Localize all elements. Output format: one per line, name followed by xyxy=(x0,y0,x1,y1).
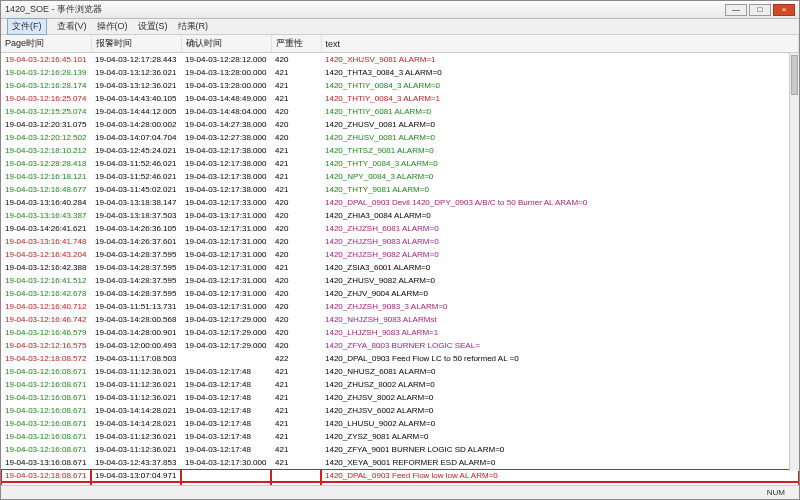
cell-alarm-time: 19-04-03-14:43:40.105 xyxy=(91,92,181,105)
cell-alarm-time: 19-04-03-13:12:36.021 xyxy=(91,79,181,92)
table-row[interactable]: 19-04-03-13:16:40.28419-04-03-13:18:38.1… xyxy=(1,196,799,209)
cell-ack-time: 19-04-03-12:27:38.000 xyxy=(181,131,271,144)
cell-text: 1420_ZFYA_8003 BURNER LOGIC SEAL= xyxy=(321,339,799,352)
cell-text: 1420_NHJZSH_9083 ALARMst xyxy=(321,313,799,326)
table-row[interactable]: 19-04-03-12:16:25.07419-04-03-14:43:40.1… xyxy=(1,92,799,105)
cell-ack-time: 19-04-03-12:17:31.000 xyxy=(181,248,271,261)
table-row[interactable]: 19-04-03-12:16:18.12119-04-03-11:52:46.0… xyxy=(1,170,799,183)
cell-alarm-time: 19-04-03-14:26:37.601 xyxy=(91,235,181,248)
close-button[interactable]: × xyxy=(773,4,795,16)
cell-alarm-time: 19-04-03-14:28:37.595 xyxy=(91,274,181,287)
cell-ack-time: 19-04-03-12:17:48 xyxy=(181,430,271,443)
col-ack-time[interactable]: 确认时间 xyxy=(181,35,271,53)
cell-alarm-time: 19-04-03-11:52:46.021 xyxy=(91,170,181,183)
table-row[interactable]: 19-04-03-12:16:46.57919-04-03-14:28:00.9… xyxy=(1,326,799,339)
cell-text: 1420_ZHJZSH_9082 ALARM=0 xyxy=(321,248,799,261)
table-row[interactable]: 19-04-03-12:18:08.57219-04-03-11:17:08.5… xyxy=(1,352,799,365)
table-row[interactable]: 19-04-03-12:16:08.67119-04-03-11:12:36.0… xyxy=(1,391,799,404)
cell-page-time: 19-04-03-12:18:08.572 xyxy=(1,352,91,365)
table-row[interactable]: 19-04-03-12:16:43.20419-04-03-14:28:37.5… xyxy=(1,248,799,261)
cell-text: 1420_ZHUSV_0081 ALARM=0 xyxy=(321,118,799,131)
table-row[interactable]: 19-04-03-12:16:08.67119-04-03-14:14:28.0… xyxy=(1,404,799,417)
cell-text: 1420_NPY_0084_3 ALARM=0 xyxy=(321,170,799,183)
table-row[interactable]: 19-04-03-12:16:08.67119-04-03-11:12:36.0… xyxy=(1,378,799,391)
table-row[interactable]: 19-04-03-12:16:42.67819-04-03-14:28:37.5… xyxy=(1,287,799,300)
col-severity[interactable]: 严重性 xyxy=(271,35,321,53)
cell-alarm-time: 19-04-03-14:44:12.005 xyxy=(91,105,181,118)
table-row[interactable]: 19-04-03-14:26:41.62119-04-03-14:26:36.1… xyxy=(1,222,799,235)
cell-severity: 421 xyxy=(271,170,321,183)
table-row[interactable]: 19-04-03-12:12:16.57519-04-03-12:00:00.4… xyxy=(1,339,799,352)
col-page-time[interactable]: Page时间 xyxy=(1,35,91,53)
cell-alarm-time: 19-04-03-14:28:37.595 xyxy=(91,287,181,300)
cell-severity: 421 xyxy=(271,417,321,430)
table-row[interactable]: 19-04-03-12:16:41.51219-04-03-14:28:37.5… xyxy=(1,274,799,287)
cell-page-time: 19-04-03-12:16:18.121 xyxy=(1,170,91,183)
cell-text: 1420_ZHUSV_0081 ALARM=0 xyxy=(321,131,799,144)
cell-ack-time: 19-04-03-12:17:48 xyxy=(181,378,271,391)
table-row[interactable]: 19-04-03-12:16:28.17419-04-03-13:12:36.0… xyxy=(1,79,799,92)
table-row[interactable]: 19-04-03-12:28:28.41819-04-03-11:52:46.0… xyxy=(1,157,799,170)
statusbar: NUM xyxy=(1,485,799,499)
menu-view[interactable]: 查看(V) xyxy=(57,20,87,33)
table-row[interactable]: 19-04-03-12:16:40.71219-04-03-11:51:13.7… xyxy=(1,300,799,313)
menu-file[interactable]: 文件(F) xyxy=(7,18,47,35)
table-row[interactable]: 19-04-03-12:20:31.07519-04-03-14:28:00.0… xyxy=(1,118,799,131)
cell-ack-time: 19-04-03-14:27:38.000 xyxy=(181,118,271,131)
table-row[interactable]: 19-04-03-12:16:42.38819-04-03-14:28:37.5… xyxy=(1,261,799,274)
menu-action[interactable]: 操作(O) xyxy=(97,20,128,33)
cell-page-time: 19-04-03-12:16:42.388 xyxy=(1,261,91,274)
table-row[interactable]: 19-04-03-12:20:12.50219-04-03-14:07:04.7… xyxy=(1,131,799,144)
cell-ack-time: 19-04-03-12:17:29.000 xyxy=(181,339,271,352)
table-row[interactable]: 19-04-03-12:16:08.67119-04-03-14:14:28.0… xyxy=(1,417,799,430)
cell-ack-time: 19-04-03-12:17:29.000 xyxy=(181,326,271,339)
cell-text: 1420_THTIY_6081 ALARM=0 xyxy=(321,105,799,118)
cell-page-time: 19-04-03-12:16:08.671 xyxy=(1,404,91,417)
table-row[interactable]: 19-04-03-12:18:10.21219-04-03-12:45:24.0… xyxy=(1,144,799,157)
cell-severity: 420 xyxy=(271,222,321,235)
cell-alarm-time: 19-04-03-11:12:36.021 xyxy=(91,430,181,443)
cell-alarm-time: 19-04-03-11:51:13.731 xyxy=(91,300,181,313)
minimize-button[interactable]: — xyxy=(725,4,747,16)
vertical-scrollbar[interactable] xyxy=(789,53,799,471)
cell-text: 1420_ZSIA3_6001 ALARM=0 xyxy=(321,261,799,274)
cell-severity: 420 xyxy=(271,274,321,287)
cell-page-time: 19-04-03-12:16:08.671 xyxy=(1,430,91,443)
menu-settings[interactable]: 设置(S) xyxy=(138,20,168,33)
table-row[interactable]: 19-04-03-13:16:08.67119-04-03-12:43:37.8… xyxy=(1,456,799,469)
event-grid[interactable]: Page时间 报警时间 确认时间 严重性 text 19-04-03-12:16… xyxy=(1,35,799,485)
table-row[interactable]: 19-04-03-12:16:08.67119-04-03-11:12:36.0… xyxy=(1,430,799,443)
cell-text: 1420_ZHIA3_0084 ALARM=0 xyxy=(321,209,799,222)
cell-page-time: 19-04-03-12:12:16.575 xyxy=(1,339,91,352)
cell-severity: 420 xyxy=(271,131,321,144)
menu-result[interactable]: 结果(R) xyxy=(178,20,209,33)
cell-text: 1420_ZHJV_9004 ALARM=0 xyxy=(321,287,799,300)
table-row[interactable]: 19-04-03-13:16:41.74819-04-03-14:26:37.6… xyxy=(1,235,799,248)
col-text[interactable]: text xyxy=(321,35,799,53)
table-row[interactable]: 19-04-03-13:21:03.07119-04-03-13:43:27.1… xyxy=(1,482,799,485)
table-row[interactable]: 19-04-03-12:16:28.13919-04-03-13:12:36.0… xyxy=(1,66,799,79)
scrollbar-thumb[interactable] xyxy=(791,55,798,95)
table-row[interactable]: 19-04-03-12:16:48.67719-04-03-11:45:02.0… xyxy=(1,183,799,196)
cell-page-time: 19-04-03-12:16:45.101 xyxy=(1,53,91,67)
cell-alarm-time: 19-04-03-11:12:36.021 xyxy=(91,378,181,391)
cell-severity: 420 xyxy=(271,209,321,222)
maximize-button[interactable]: □ xyxy=(749,4,771,16)
event-grid-wrap: Page时间 报警时间 确认时间 严重性 text 19-04-03-12:16… xyxy=(1,35,799,485)
table-row[interactable]: 19-04-03-12:16:45.10119-04-03-12:17:28.4… xyxy=(1,53,799,67)
table-row[interactable]: 19-04-03-12:16:08.67119-04-03-11:12:36.0… xyxy=(1,443,799,456)
table-row[interactable]: 19-04-03-12:18:08.67119-04-03-13:07:04.9… xyxy=(1,469,799,482)
cell-text: 1420_LHJZSH_9083 ALARM=1 xyxy=(321,326,799,339)
cell-page-time: 19-04-03-12:16:43.204 xyxy=(1,248,91,261)
cell-severity: 420 xyxy=(271,118,321,131)
table-row[interactable]: 19-04-03-12:16:46.74219-04-03-14:28:00.5… xyxy=(1,313,799,326)
table-row[interactable]: 19-04-03-12:15:25.07419-04-03-14:44:12.0… xyxy=(1,105,799,118)
cell-severity: 421 xyxy=(271,391,321,404)
table-row[interactable]: 19-04-03-12:16:08.67119-04-03-11:12:36.0… xyxy=(1,365,799,378)
cell-page-time: 19-04-03-13:16:43.387 xyxy=(1,209,91,222)
header-row: Page时间 报警时间 确认时间 严重性 text xyxy=(1,35,799,53)
col-alarm-time[interactable]: 报警时间 xyxy=(91,35,181,53)
titlebar[interactable]: 1420_SOE - 事件浏览器 — □ × xyxy=(1,1,799,19)
table-row[interactable]: 19-04-03-13:16:43.38719-04-03-13:18:37.5… xyxy=(1,209,799,222)
cell-ack-time: 19-04-03-12:17:48 xyxy=(181,365,271,378)
